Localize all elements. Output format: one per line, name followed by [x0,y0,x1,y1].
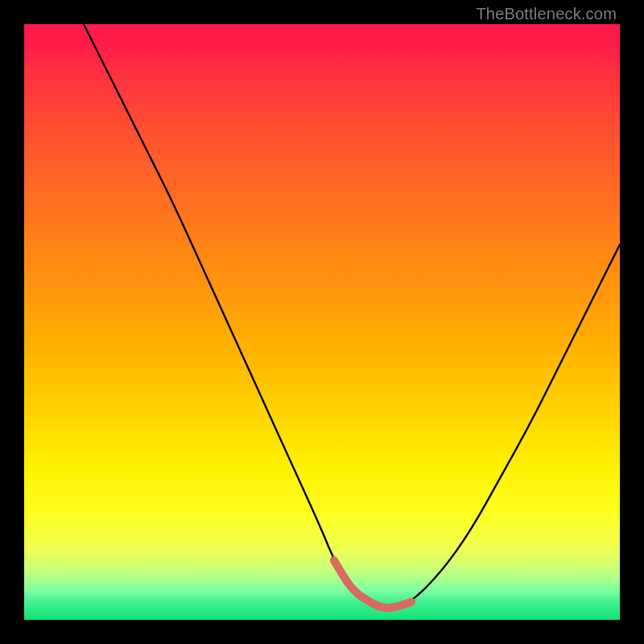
chart-curve-svg [24,24,620,620]
watermark-text: TheBottleneck.com [476,5,617,23]
chart-plot-area [24,24,620,620]
bottleneck-highlight-segment [334,560,411,608]
bottleneck-curve-line [84,24,620,608]
